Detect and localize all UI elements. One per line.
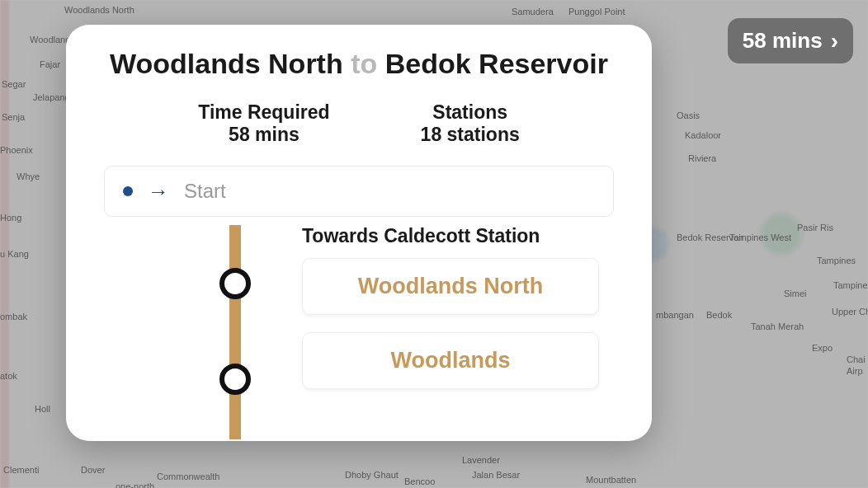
map-label: Phoenix — [0, 145, 33, 155]
map-label: Fajar — [40, 59, 60, 69]
map-label: atok — [0, 371, 17, 381]
start-label: Start — [184, 180, 226, 203]
station-item[interactable]: Woodlands North — [302, 258, 599, 315]
route-line-area: Towards Caldecott Station Woodlands Nort… — [96, 225, 622, 439]
route-to: Bedok Reservoir — [385, 48, 608, 79]
map-label: Expo — [812, 343, 833, 353]
map-label: mbangan — [656, 310, 694, 320]
map-label: Lavender — [462, 455, 500, 465]
map-label: Hong — [0, 213, 21, 223]
stat-time-label: Time Required — [198, 101, 329, 124]
map-label: Samudera — [512, 7, 554, 16]
map-label: Bedok Reservoir — [677, 232, 743, 242]
map-label: Upper Ch — [832, 307, 868, 317]
map-label: Woodlands North — [64, 5, 134, 15]
map-label: Tampines — [817, 256, 856, 265]
route-line — [229, 225, 241, 439]
route-stats: Time Required 58 mins Stations 18 statio… — [96, 101, 622, 146]
stat-stations: Stations 18 stations — [421, 101, 520, 146]
route-title: Woodlands North to Bedok Reservoir — [96, 48, 622, 80]
arrow-right-icon: → — [148, 181, 169, 202]
start-dot-icon — [123, 186, 133, 196]
map-label: Dhoby Ghaut — [345, 470, 399, 480]
map-label: Tanah Merah — [751, 321, 804, 331]
map-label: Commonwealth — [157, 472, 219, 481]
map-label: Mountbatten — [586, 475, 636, 485]
stop-marker-icon — [219, 268, 251, 299]
map-label: Chai — [847, 354, 866, 364]
route-connector: to — [351, 48, 377, 79]
map-label: Bedok — [706, 310, 732, 320]
time-badge-button[interactable]: 58 mins › — [728, 18, 853, 63]
map-label: one-north — [116, 481, 154, 488]
chevron-right-icon: › — [831, 30, 838, 53]
start-row[interactable]: → Start — [104, 166, 614, 217]
map-label: Riviera — [688, 153, 716, 163]
map-label: Pasir Ris — [797, 223, 833, 232]
map-label: Jelapang — [33, 92, 70, 102]
map-label: u Kang — [0, 249, 29, 259]
map-label: Airp — [847, 366, 863, 376]
map-label: ombak — [0, 312, 27, 321]
map-label: Simei — [784, 289, 807, 298]
map-label: Segar — [2, 79, 26, 89]
map-label: Tampine — [833, 280, 868, 290]
stat-time: Time Required 58 mins — [198, 101, 329, 146]
station-item[interactable]: Woodlands — [302, 332, 599, 389]
stop-marker-icon — [219, 364, 251, 395]
stat-time-value: 58 mins — [198, 124, 329, 146]
map-label: Whye — [17, 171, 40, 181]
time-badge-text: 58 mins — [743, 28, 823, 54]
map-label: Oasis — [677, 110, 700, 120]
map-label: Bencoo — [404, 476, 435, 486]
map-label: Holl — [35, 404, 50, 414]
map-label: Jalan Besar — [472, 470, 520, 480]
route-from: Woodlands North — [110, 48, 343, 79]
towards-label: Towards Caldecott Station — [302, 225, 540, 247]
stat-stations-label: Stations — [421, 101, 520, 124]
map-label: Clementi — [3, 465, 39, 475]
map-label: Senja — [2, 112, 25, 122]
map-label: Punggol Point — [568, 7, 625, 16]
map-label: Dover — [81, 465, 105, 475]
route-modal: Woodlands North to Bedok Reservoir Time … — [66, 25, 652, 441]
map-label: Kadaloor — [685, 130, 721, 140]
stat-stations-value: 18 stations — [421, 124, 520, 146]
